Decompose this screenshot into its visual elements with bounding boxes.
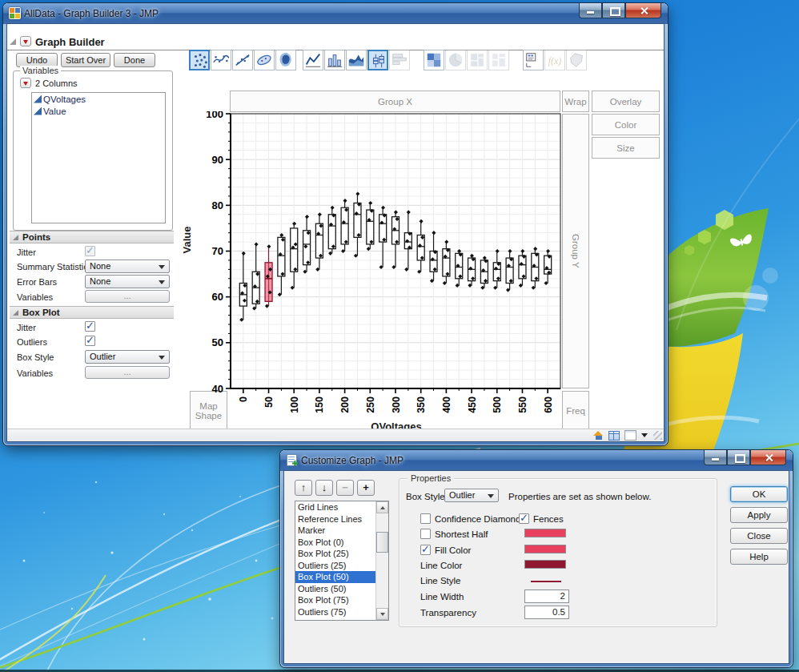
wrap-drop-zone[interactable]: Wrap xyxy=(562,91,589,112)
histogram-icon[interactable] xyxy=(389,50,410,70)
window-icon[interactable] xyxy=(624,430,636,441)
line-of-fit-icon[interactable] xyxy=(232,50,253,70)
group-y-drop-zone[interactable]: Group Y xyxy=(562,114,589,388)
start-over-button[interactable]: Start Over xyxy=(61,53,110,67)
dialog-maximize-button[interactable] xyxy=(727,450,750,465)
formula-icon[interactable]: f(x) xyxy=(544,50,565,70)
svg-text:400: 400 xyxy=(441,396,452,413)
variables-panel-legend: Variables xyxy=(20,66,61,75)
dialog-minimize-button[interactable] xyxy=(704,450,727,465)
list-item[interactable]: Box Plot (0) xyxy=(295,537,388,549)
dropdown-arrow-icon[interactable] xyxy=(641,433,648,437)
scroll-down-icon[interactable] xyxy=(376,608,388,620)
box-plot-icon[interactable] xyxy=(367,50,388,70)
treemap-icon[interactable] xyxy=(467,50,488,70)
done-button[interactable]: Done xyxy=(114,53,155,67)
group-x-drop-zone[interactable]: Group X xyxy=(230,91,560,112)
list-item[interactable]: Reference Lines xyxy=(295,513,388,525)
line-width-field[interactable]: 2 xyxy=(524,590,569,603)
boxplot-section-header[interactable]: Box Plot xyxy=(10,306,174,319)
list-item[interactable]: Box Plot (75) xyxy=(295,594,388,606)
help-button[interactable]: Help xyxy=(730,549,788,565)
boxplot-chart[interactable]: 4050607080901000501001502002503003504004… xyxy=(203,111,562,432)
line-color-label: Line Color xyxy=(420,561,462,570)
line-color-swatch[interactable] xyxy=(524,560,566,569)
fill-color-swatch[interactable] xyxy=(524,545,566,553)
red-triangle-menu-icon[interactable] xyxy=(20,36,31,46)
scroll-up-icon[interactable] xyxy=(376,501,388,513)
add-item-button[interactable]: + xyxy=(357,480,375,496)
svg-text:50: 50 xyxy=(212,336,223,348)
dialog-close-button[interactable] xyxy=(750,450,786,465)
color-drop-zone[interactable]: Color xyxy=(592,114,660,135)
move-up-button[interactable]: ↑ xyxy=(295,480,312,496)
variables-panel: Variables 2 Columns QVoltagesValue xyxy=(13,70,173,231)
points-variables-button[interactable]: ... xyxy=(85,290,170,303)
scrollbar-thumb[interactable] xyxy=(376,532,388,553)
caption-box-icon[interactable] xyxy=(523,50,544,70)
ellipse-icon[interactable] xyxy=(254,50,275,70)
overlay-drop-zone[interactable]: Overlay xyxy=(592,91,660,112)
dialog-box-style-dropdown[interactable]: Outlier xyxy=(444,489,499,502)
minimize-button[interactable] xyxy=(579,3,602,18)
home-icon[interactable] xyxy=(593,431,604,440)
boxplot-variables-button[interactable]: ... xyxy=(85,366,170,379)
variable-item[interactable]: QVoltages xyxy=(32,93,165,105)
size-drop-zone[interactable]: Size xyxy=(592,137,660,159)
close-button[interactable] xyxy=(625,3,661,18)
line-style-sample[interactable] xyxy=(531,581,561,582)
outliers-checkbox[interactable] xyxy=(85,336,95,346)
list-item[interactable]: Box Plot (50) xyxy=(295,571,388,583)
confidence-diamond-checkbox[interactable] xyxy=(420,513,431,524)
list-item[interactable]: Outliers (50) xyxy=(295,583,388,595)
apply-button[interactable]: Apply xyxy=(730,507,788,523)
smoother-icon[interactable] xyxy=(211,50,231,70)
list-item[interactable]: Marker xyxy=(295,525,388,537)
variables-list[interactable]: QVoltagesValue xyxy=(31,92,166,223)
error-bars-dropdown[interactable]: None xyxy=(85,275,170,288)
mosaic-icon[interactable] xyxy=(488,50,509,70)
graph-elements-list[interactable]: Grid LinesReference LinesMarkerBox Plot … xyxy=(295,501,389,621)
transparency-field[interactable]: 0.5 xyxy=(524,606,569,619)
disclosure-triangle-icon[interactable] xyxy=(10,38,16,45)
continuous-variable-icon xyxy=(34,107,42,115)
list-item[interactable]: Box Plot (25) xyxy=(295,548,388,560)
box-style-dropdown[interactable]: Outlier xyxy=(85,350,170,364)
boxplot-jitter-checkbox[interactable] xyxy=(85,321,95,332)
graph-element-icon-strip: f(x) xyxy=(189,49,588,71)
graph-builder-header: Graph Builder xyxy=(7,34,664,50)
maximize-button[interactable] xyxy=(602,3,625,18)
bar-icon[interactable] xyxy=(324,50,345,70)
area-icon[interactable] xyxy=(346,50,367,70)
fences-checkbox[interactable] xyxy=(519,513,529,524)
list-item[interactable]: Outliers (75) xyxy=(295,606,388,618)
svg-text:100: 100 xyxy=(206,111,223,120)
dialog-titlebar[interactable]: Customize Graph - JMP xyxy=(280,450,793,471)
list-scrollbar[interactable] xyxy=(375,501,388,620)
close-dialog-button[interactable]: Close xyxy=(730,528,788,544)
pie-icon[interactable] xyxy=(445,50,466,70)
line-icon[interactable] xyxy=(303,50,323,70)
boxplot-section-title: Box Plot xyxy=(22,308,60,317)
variable-item[interactable]: Value xyxy=(32,105,165,117)
heatmap-icon[interactable] xyxy=(424,50,444,70)
fill-color-checkbox[interactable] xyxy=(420,545,431,555)
ok-button[interactable]: OK xyxy=(730,486,788,502)
jmp-titlebar[interactable]: AllData - Graph Builder 3 - JMP xyxy=(3,3,668,24)
variables-red-triangle-icon[interactable] xyxy=(20,78,31,88)
boxplot-variables-label: Variables xyxy=(17,368,53,378)
list-item[interactable]: Outliers (25) xyxy=(295,560,388,572)
points-icon[interactable] xyxy=(189,50,210,70)
table-icon[interactable] xyxy=(608,431,620,441)
freq-drop-zone[interactable]: Freq xyxy=(562,391,589,430)
remove-item-button[interactable]: − xyxy=(336,480,354,496)
resize-grip[interactable] xyxy=(653,431,662,440)
points-section-header[interactable]: Points xyxy=(10,231,174,243)
shortest-half-checkbox[interactable] xyxy=(420,529,431,539)
contour-icon[interactable] xyxy=(275,50,296,70)
shortest-half-color-swatch[interactable] xyxy=(524,529,566,537)
move-down-button[interactable]: ↓ xyxy=(315,480,333,496)
map-shape-icon[interactable] xyxy=(566,50,587,70)
summary-statistic-dropdown[interactable]: None xyxy=(85,260,170,273)
list-item[interactable]: Grid Lines xyxy=(295,501,388,513)
